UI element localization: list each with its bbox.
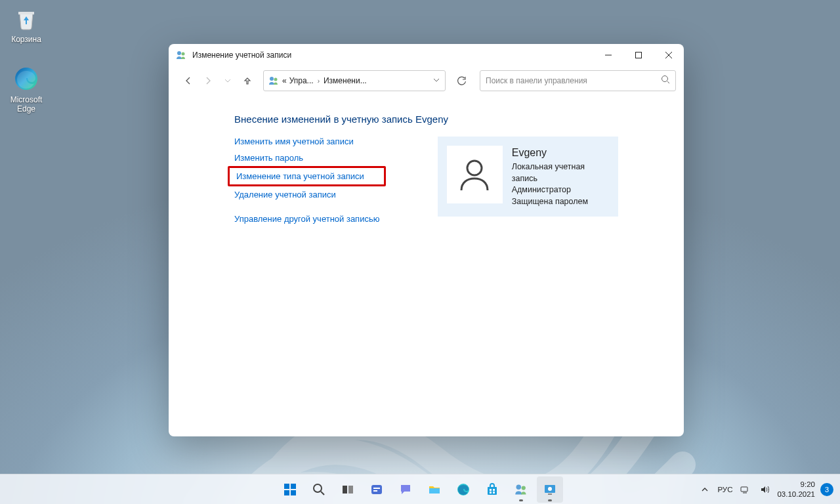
close-button[interactable] <box>654 44 684 66</box>
content-area: Внесение изменений в учетную запись Evge… <box>169 95 684 436</box>
notification-badge[interactable]: 3 <box>820 483 833 496</box>
search-icon[interactable] <box>661 75 670 87</box>
page-heading: Внесение изменений в учетную запись Evge… <box>234 114 618 125</box>
task-view-button[interactable] <box>335 476 361 503</box>
svg-rect-17 <box>373 490 377 492</box>
search-input[interactable] <box>486 76 661 85</box>
desktop-icon-recycle-bin[interactable]: Корзина <box>1 4 51 44</box>
breadcrumb-seg[interactable]: Изменени... <box>324 76 367 85</box>
recycle-bin-icon <box>12 4 41 33</box>
search-button[interactable] <box>306 476 332 503</box>
svg-rect-10 <box>284 490 289 495</box>
window-title: Изменение учетной записи <box>192 51 593 60</box>
user-account-type: Локальная учетная запись <box>512 161 609 184</box>
control-panel-button[interactable] <box>537 476 563 503</box>
explorer-button[interactable] <box>421 476 448 503</box>
up-button[interactable] <box>238 72 257 90</box>
svg-point-7 <box>467 161 482 175</box>
svg-rect-13 <box>343 486 347 494</box>
svg-point-12 <box>314 484 322 492</box>
tray-overflow-button[interactable] <box>698 482 712 497</box>
svg-rect-22 <box>493 489 495 491</box>
link-delete-account[interactable]: Удаление учетной записи <box>234 190 379 200</box>
svg-rect-18 <box>429 488 440 494</box>
desktop-icon-label: Корзина <box>1 35 51 44</box>
edge-icon <box>12 64 41 93</box>
desktop-icon-edge[interactable]: Microsoft Edge <box>1 64 51 114</box>
user-accounts-app-button[interactable] <box>508 476 534 503</box>
link-change-account-type[interactable]: Изменение типа учетной записи <box>236 171 364 181</box>
language-indicator[interactable]: РУС <box>717 486 732 494</box>
svg-rect-28 <box>548 494 552 495</box>
maximize-button[interactable] <box>623 44 654 66</box>
back-button[interactable] <box>179 72 198 90</box>
system-tray: РУС 9:20 03.10.2021 3 <box>698 474 840 504</box>
breadcrumb-prefix: « <box>282 76 287 85</box>
recent-dropdown[interactable] <box>219 72 237 90</box>
network-icon[interactable] <box>738 482 752 497</box>
user-accounts-icon <box>175 49 187 61</box>
user-password-status: Защищена паролем <box>512 196 609 208</box>
control-panel-window: Изменение учетной записи « Упра... › Изм… <box>169 44 684 436</box>
user-info: Evgeny Локальная учетная запись Админист… <box>512 146 609 207</box>
link-manage-other-account[interactable]: Управление другой учетной записью <box>234 214 379 224</box>
chevron-down-icon[interactable] <box>432 77 441 85</box>
user-name: Evgeny <box>512 146 609 160</box>
svg-rect-9 <box>291 484 296 489</box>
svg-rect-30 <box>741 487 747 492</box>
action-links: Изменить имя учетной записи Изменить пар… <box>234 136 379 224</box>
svg-point-4 <box>270 77 274 81</box>
svg-point-25 <box>516 484 522 490</box>
svg-point-29 <box>548 487 552 491</box>
svg-rect-15 <box>371 485 382 494</box>
avatar <box>447 146 503 203</box>
refresh-button[interactable] <box>451 70 472 91</box>
link-rename-account[interactable]: Изменить имя учетной записи <box>234 136 379 146</box>
svg-rect-20 <box>488 487 497 495</box>
clock-time: 9:20 <box>777 480 815 489</box>
svg-point-6 <box>662 76 668 82</box>
svg-rect-14 <box>348 486 353 494</box>
minimize-button[interactable] <box>593 44 623 66</box>
desktop-icon-label: Microsoft Edge <box>1 95 51 114</box>
store-button[interactable] <box>479 476 505 503</box>
svg-point-26 <box>522 486 526 490</box>
svg-point-2 <box>182 52 185 56</box>
svg-rect-24 <box>493 492 495 494</box>
taskbar-center <box>277 474 563 504</box>
svg-point-1 <box>177 51 181 55</box>
edge-button[interactable] <box>450 476 476 503</box>
widgets-button[interactable] <box>364 476 390 503</box>
svg-point-5 <box>274 78 278 81</box>
link-change-password[interactable]: Изменить пароль <box>234 153 379 163</box>
volume-icon[interactable] <box>757 482 772 497</box>
start-button[interactable] <box>277 476 303 503</box>
search-box[interactable] <box>480 70 676 91</box>
svg-rect-16 <box>373 488 380 489</box>
titlebar[interactable]: Изменение учетной записи <box>169 44 684 66</box>
highlight-box: Изменение типа учетной записи <box>228 166 386 186</box>
user-card: Evgeny Локальная учетная запись Админист… <box>438 136 618 217</box>
chevron-right-icon: › <box>316 77 321 85</box>
breadcrumb-seg[interactable]: Упра... <box>289 76 314 85</box>
svg-rect-23 <box>490 492 492 494</box>
chat-button[interactable] <box>392 476 419 503</box>
svg-rect-21 <box>490 489 492 491</box>
taskbar: РУС 9:20 03.10.2021 3 <box>0 474 840 504</box>
clock-date: 03.10.2021 <box>777 490 815 499</box>
nav-toolbar: « Упра... › Изменени... <box>169 66 684 95</box>
svg-rect-3 <box>636 52 642 58</box>
forward-button[interactable] <box>199 72 217 90</box>
svg-rect-8 <box>284 484 289 489</box>
user-role: Администратор <box>512 184 609 196</box>
clock[interactable]: 9:20 03.10.2021 <box>777 480 815 499</box>
user-accounts-icon <box>268 75 280 87</box>
svg-rect-11 <box>291 490 296 495</box>
breadcrumb[interactable]: « Упра... › Изменени... <box>263 70 446 91</box>
